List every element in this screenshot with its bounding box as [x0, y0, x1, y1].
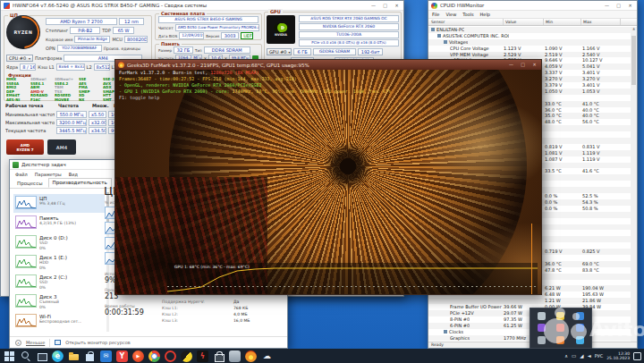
taskmgr-tab[interactable]: Производительность — [48, 178, 112, 188]
grey-app-icon[interactable] — [229, 350, 241, 362]
mini-graph — [15, 314, 37, 327]
hwmonitor-title: CPUID HWMonitor — [440, 3, 600, 8]
gpu-pcie-field: PCIe v3.0 x16 (8.0 GT/s) @ x16 (8.0 GT/s… — [299, 39, 399, 46]
perf-sidebar-item[interactable]: Диск 0 (D:)SSD0% — [13, 233, 105, 252]
chrome-icon[interactable] — [148, 350, 160, 362]
cores-field: 8 / 16 — [20, 63, 36, 71]
perf-sidebar-item[interactable]: Диск 1 (E:)HDD0% — [13, 253, 105, 272]
taskmgr-tab[interactable]: Процессы — [13, 180, 47, 188]
clock[interactable]: 12:3025.10.2023 — [606, 351, 630, 361]
popup-icon-yellow[interactable] — [556, 312, 564, 320]
mail-icon[interactable]: ✉ — [100, 350, 112, 362]
perf-sidebar-item[interactable]: Диск 3Съемный0% — [13, 292, 105, 311]
stepping-field: PiR-B2 — [70, 27, 100, 34]
minimize-button[interactable]: — — [603, 2, 611, 10]
menu-item[interactable]: Tools — [462, 12, 473, 17]
mcu-label: MCU — [112, 37, 122, 42]
explorer-icon[interactable] — [68, 350, 80, 362]
scrollbar[interactable]: ▲ — [631, 27, 637, 342]
board-name-field: ASUS ROG STRIX B450-F GAMING — [158, 16, 258, 23]
system-tray: ∧ ▭ ◢ ◄ РУС 12:3025.10.2023 — [564, 350, 644, 362]
menu-item[interactable]: Help — [480, 12, 490, 17]
popup-icon-orange[interactable] — [556, 336, 564, 344]
yandex-browser-icon[interactable]: Y — [116, 350, 128, 362]
gpu-vram-type-field: GDDR6 SDRAM — [313, 48, 356, 55]
perf-sidebar-item[interactable]: Wi-FiБеспроводная сет... — [13, 312, 105, 331]
gpu-selector-dropdown[interactable]: GPU #0 — [267, 48, 292, 55]
close-button[interactable]: ✕ — [626, 2, 634, 10]
sensor-row[interactable]: Voltages — [428, 39, 631, 46]
perf-sidebar-item[interactable]: Память4,2/31,9 ГБ (13%) — [13, 214, 105, 232]
tdp-label: TDP — [102, 28, 111, 33]
memory-size-label: Размер — [158, 48, 172, 53]
language-indicator[interactable]: РУС — [595, 353, 604, 359]
memory-type-label: Тип — [195, 48, 202, 53]
col-value: Value — [505, 20, 516, 24]
mcu-field: 800820D — [124, 36, 148, 43]
popup-icon-red[interactable] — [556, 324, 564, 332]
notification-center-icon[interactable] — [633, 352, 641, 360]
cpu-selector-dropdown[interactable]: CPU #0 — [6, 55, 33, 62]
desktop-screen: HWiNFO64 v7.66-5240 @ ASUS ROG STRIX B45… — [0, 0, 644, 363]
maximize-button[interactable]: □ — [381, 2, 389, 10]
menu-item[interactable]: Файл — [15, 172, 28, 177]
stat-pair: Время работы0:00:31:59 — [105, 304, 144, 317]
socket-badge[interactable]: AM4 — [47, 139, 76, 155]
hwinfo-titlebar[interactable]: HWiNFO64 v7.66-5240 @ ASUS ROG STRIX B45… — [1, 1, 403, 11]
yandex-music-icon[interactable]: ▶ — [132, 350, 144, 362]
close-button[interactable]: ✕ — [530, 61, 538, 69]
open-resource-monitor-link[interactable]: Открыть монитор ресурсов — [65, 340, 130, 345]
task-view-icon[interactable] — [36, 350, 47, 362]
codename-field: Pinnacle Ridge — [74, 36, 110, 43]
maximize-button[interactable]: □ — [614, 2, 623, 10]
network-icon[interactable]: ◢ — [580, 350, 583, 362]
battery-icon[interactable]: ▭ — [572, 350, 576, 362]
hwmonitor-column-header[interactable]: Sensor Value Min Max — [428, 19, 637, 26]
media-app-icon[interactable] — [181, 350, 192, 362]
menu-item[interactable]: Вид — [69, 172, 78, 177]
amd-ryzen-badge[interactable]: AMDRYZEN 7 — [6, 139, 44, 155]
cloud-app-icon[interactable]: ☁ — [261, 350, 273, 362]
menu-item[interactable]: Параметры — [35, 172, 62, 177]
opera-icon[interactable] — [165, 350, 176, 362]
minimize-button[interactable]: — — [507, 61, 515, 69]
furmark-titlebar[interactable]: Geeks3D FurMark v1.37.2.0 - 219FPS, GPU1… — [115, 60, 541, 70]
search-icon[interactable] — [20, 350, 31, 362]
mini-graph — [15, 215, 37, 229]
minimize-button[interactable]: — — [369, 2, 377, 10]
sensor-row[interactable]: ENLILTAN-PC — [428, 27, 631, 33]
shop-app-icon[interactable] — [213, 350, 225, 362]
sensor-row[interactable]: VPP MEM Voltage 2.529 V 2.519 V 2.540 V — [428, 52, 631, 58]
popup-icon-bluetooth[interactable] — [576, 324, 584, 332]
cpu-feature-flag: F16C — [30, 98, 53, 103]
popup-icon-device[interactable] — [538, 312, 546, 320]
perf-sidebar-item[interactable]: Диск 2 (C:)SSD0% — [13, 273, 105, 291]
edge-icon[interactable]: e — [52, 350, 64, 362]
nvidia-logo: NVIDIA — [267, 15, 295, 44]
menu-item[interactable]: File — [432, 12, 439, 17]
hwinfo-app-icon — [4, 3, 10, 9]
hwmonitor-titlebar[interactable]: CPUID HWMonitor — □ ✕ — [428, 1, 637, 11]
bios-date-label: Дата BIOS — [158, 34, 177, 38]
gpu-card-field: ASUS ROG STRIX RTX 2060 GAMING OC — [299, 15, 399, 22]
sensor-row[interactable]: 1.21 W 21.86 W — [428, 298, 631, 304]
maximize-button[interactable]: □ — [519, 61, 527, 69]
popup-icon-violet[interactable] — [538, 324, 546, 332]
popup-icon-blue[interactable] — [576, 312, 584, 320]
store-icon[interactable] — [84, 350, 96, 362]
bolt-app-icon[interactable]: ϟ — [197, 350, 208, 362]
sensor-row[interactable]: ASUSTeK COMPUTER INC. ROG... — [428, 33, 631, 39]
sensor-row[interactable]: CPU Core Voltage 1.123 V 1.090 V 1.166 V — [428, 46, 631, 52]
flame-app-icon[interactable] — [245, 350, 257, 362]
volume-icon[interactable]: ◄ — [587, 350, 590, 362]
chipset-label: Чипсет — [158, 26, 174, 30]
popup-icon-grey[interactable] — [538, 336, 546, 344]
perf-sidebar-item[interactable]: ЦП9% 3,48 ГГц — [13, 194, 105, 213]
fewer-details-link[interactable]: Меньше — [26, 340, 45, 345]
popup-icon-cyan[interactable] — [576, 336, 584, 344]
furmark-render-canvas: FurMark v1.37.2.0 - Burn-in test, 1280x7… — [115, 70, 541, 294]
close-button[interactable]: ✕ — [393, 2, 401, 10]
menu-item[interactable]: View — [445, 12, 456, 17]
tray-chevron-icon[interactable]: ∧ — [564, 353, 568, 359]
start-button[interactable] — [4, 350, 15, 362]
